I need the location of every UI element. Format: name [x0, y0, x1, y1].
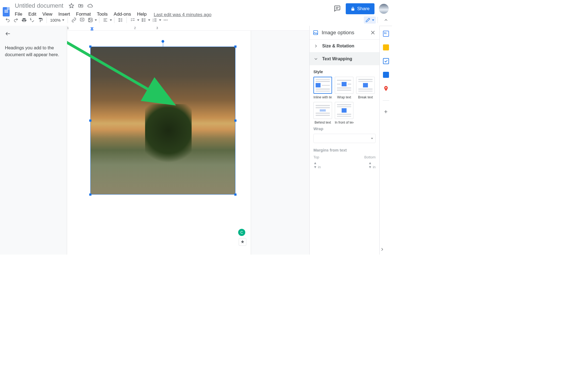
caret-down-icon [137, 19, 139, 21]
horizontal-ruler[interactable]: 1 2 3 [67, 26, 309, 31]
outline-back-button[interactable] [5, 31, 62, 37]
image-options-panel: Image options Size & Rotation Text Wrapp… [309, 26, 379, 255]
resize-handle-tl[interactable] [89, 45, 91, 48]
document-page[interactable]: C [67, 31, 251, 255]
margin-bottom-label: Bottom [364, 155, 376, 159]
resize-handle-tr[interactable] [234, 45, 237, 48]
wrap-style-break[interactable]: Break text [356, 77, 375, 99]
comments-icon[interactable] [334, 5, 341, 13]
side-rail: + [379, 26, 392, 255]
outline-placeholder: Headings you add to the document will ap… [5, 44, 62, 58]
presence-badge[interactable]: C [238, 229, 245, 236]
unit-label: in [373, 165, 376, 169]
ruler-mark: 1 [67, 26, 69, 30]
get-addons-button[interactable]: + [384, 108, 388, 115]
close-panel-button[interactable] [370, 30, 376, 35]
margins-heading: Margins from text [313, 148, 376, 152]
wrap-style-inline[interactable]: Inline with text [313, 77, 332, 99]
insert-image-button[interactable] [87, 16, 97, 24]
svg-marker-0 [69, 4, 74, 8]
share-label: Share [357, 6, 370, 12]
doc-title[interactable]: Untitled document [13, 2, 65, 10]
add-comment-button[interactable] [78, 16, 86, 24]
svg-text:3: 3 [153, 21, 154, 22]
image-options-icon [313, 30, 318, 35]
wrap-heading: Wrap [313, 127, 376, 131]
star-icon[interactable] [69, 3, 74, 8]
outline-panel: Headings you add to the document will ap… [0, 26, 67, 255]
tasks-app-icon[interactable] [383, 58, 389, 64]
insert-link-button[interactable] [70, 16, 78, 24]
wrap-style-behind[interactable]: Behind text [313, 102, 332, 124]
last-edit-link[interactable]: Last edit was 4 minutes ago [154, 12, 212, 20]
svg-rect-34 [314, 31, 318, 35]
section-label: Size & Rotation [322, 44, 354, 49]
svg-point-16 [142, 18, 143, 19]
cloud-status-icon[interactable] [87, 3, 93, 8]
zoom-select[interactable]: 100% [49, 18, 65, 22]
resize-handle-ml[interactable] [89, 119, 91, 122]
checklist-button[interactable] [129, 16, 139, 24]
editing-mode-button[interactable] [364, 16, 376, 24]
contacts-app-icon[interactable] [383, 72, 389, 78]
caret-down-icon [372, 19, 374, 21]
svg-point-18 [142, 20, 143, 20]
line-spacing-button[interactable] [117, 16, 124, 24]
ruler-mark: 3 [156, 26, 158, 30]
pencil-icon [365, 18, 370, 22]
section-text-wrapping[interactable]: Text Wrapping [310, 53, 379, 65]
docs-logo-icon[interactable] [3, 2, 10, 12]
paint-format-button[interactable] [37, 16, 44, 24]
chevron-down-icon [313, 56, 318, 61]
share-button[interactable]: Share [346, 3, 374, 14]
redo-button[interactable] [12, 16, 20, 24]
resize-handle-bl[interactable] [89, 193, 91, 196]
selected-image[interactable] [90, 47, 235, 195]
title-area: Untitled document File Edit View Insert … [13, 2, 211, 18]
sidepanel-title: Image options [322, 30, 354, 36]
caret-down-icon [148, 19, 150, 21]
image-content [90, 47, 235, 195]
lock-icon [351, 7, 355, 11]
margin-top-label: Top [313, 155, 319, 159]
calendar-app-icon[interactable] [383, 31, 389, 37]
svg-point-37 [385, 87, 387, 89]
wrap-style-wrap[interactable]: Wrap text [335, 77, 353, 99]
explore-button[interactable] [239, 238, 246, 246]
keep-app-icon[interactable] [383, 44, 389, 50]
section-size-rotation[interactable]: Size & Rotation [310, 40, 379, 52]
ruler-mark: 2 [134, 26, 136, 30]
zoom-value: 100% [50, 18, 60, 22]
hide-side-panel-button[interactable] [380, 247, 392, 252]
account-avatar[interactable] [379, 4, 389, 14]
style-heading: Style [313, 70, 376, 74]
wrap-style-infront[interactable]: In front of text [335, 102, 353, 124]
wrap-style-grid: Inline with text Wrap text Break text Be… [313, 77, 376, 124]
svg-point-7 [89, 19, 90, 20]
resize-handle-mr[interactable] [234, 119, 237, 122]
resize-handle-br[interactable] [234, 193, 237, 196]
header-right: Share [334, 2, 389, 14]
header: Untitled document File Edit View Insert … [0, 0, 392, 14]
spellcheck-button[interactable] [28, 16, 36, 24]
document-canvas[interactable]: 1 2 3 C [67, 26, 309, 255]
caret-down-icon [62, 19, 64, 21]
undo-button[interactable] [4, 16, 11, 24]
hide-menus-button[interactable] [382, 16, 390, 24]
bulleted-list-button[interactable] [140, 16, 150, 24]
unit-label: in [318, 165, 321, 169]
chevron-right-icon [313, 44, 318, 49]
caret-down-icon [95, 19, 97, 21]
section-label: Text Wrapping [322, 56, 352, 61]
align-button[interactable] [102, 16, 112, 24]
print-button[interactable] [20, 16, 28, 24]
caret-down-icon [110, 19, 112, 21]
caret-down-icon [371, 138, 373, 139]
maps-app-icon[interactable] [383, 85, 389, 92]
svg-point-20 [142, 21, 143, 21]
ruler-indent-marker[interactable] [90, 27, 94, 30]
wrap-select[interactable] [313, 134, 376, 143]
move-icon[interactable] [78, 3, 83, 8]
main-area: Headings you add to the document will ap… [0, 26, 392, 255]
